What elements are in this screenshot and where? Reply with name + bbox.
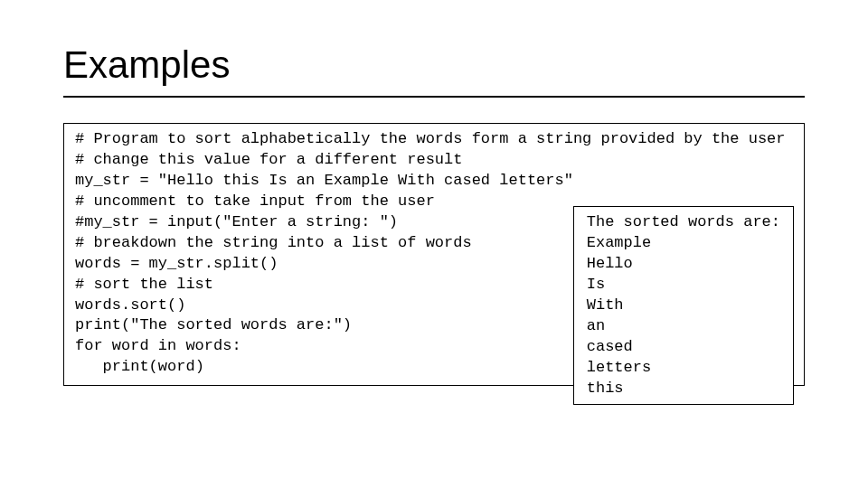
output-block: The sorted words are: Example Hello Is W… bbox=[573, 206, 794, 405]
example-area: # Program to sort alphabetically the wor… bbox=[63, 123, 805, 386]
slide: Examples # Program to sort alphabeticall… bbox=[0, 0, 868, 488]
slide-title: Examples bbox=[63, 43, 805, 87]
title-divider bbox=[63, 96, 805, 98]
